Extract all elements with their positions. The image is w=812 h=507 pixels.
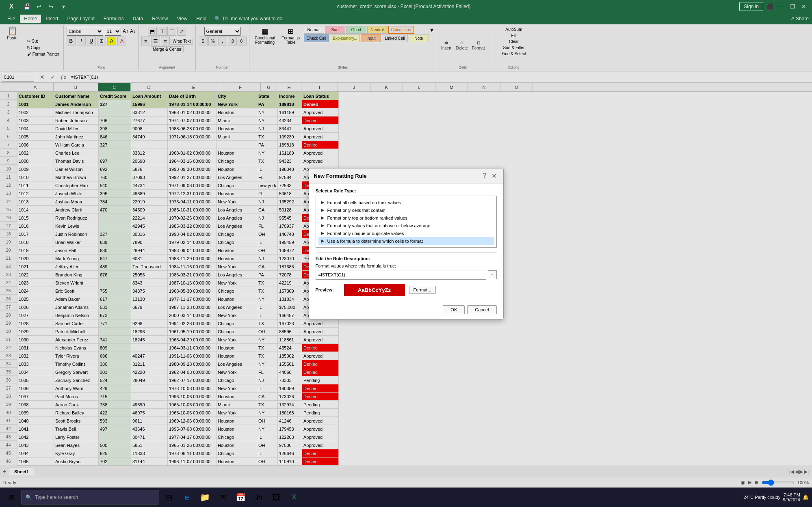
taskbar: ⊞ 🔍 Type here to search ⊟ e 📁 ✉ 📅 🛍 🖼 X … [0,488,812,507]
rule-type-3[interactable]: ▶ Format only values that are above or b… [318,222,494,229]
formula-description-label: Format values where this formula is true… [316,263,497,268]
rule-type-list: ▶ Format all cells based on their values… [316,196,497,248]
rule-bullet-3: ▶ [321,223,324,228]
rule-type-5[interactable]: ▶ Use a formula to determine which cells… [318,237,494,245]
formula-input-row: ↑ [316,270,497,280]
dialog-body: Select a Rule Type: ▶ Format all cells b… [309,183,503,319]
weather-text: 24°C Partly cloudy [744,495,781,500]
rule-bullet-2: ▶ [321,215,324,220]
rule-type-label-2: Format only top or bottom ranked values [327,216,407,220]
formula-text-field[interactable] [316,270,486,280]
rule-type-2[interactable]: ▶ Format only top or bottom ranked value… [318,214,494,222]
file-explorer-btn[interactable]: 📁 [197,489,213,505]
dialog-buttons: OK Cancel [316,301,497,314]
rule-type-4[interactable]: ▶ Format only unique or duplicate values [318,229,494,237]
calendar-btn[interactable]: 📅 [232,489,249,505]
preview-label: Preview: [316,287,340,292]
search-placeholder: Type here to search [35,494,78,500]
taskbar-search[interactable]: 🔍 Type here to search [21,490,159,505]
excel-taskbar-btn[interactable]: X [286,489,302,505]
photos-btn[interactable]: 🖼 [268,489,284,505]
rule-type-0[interactable]: ▶ Format all cells based on their values [318,198,494,206]
cancel-button[interactable]: Cancel [467,305,496,314]
format-button-dialog[interactable]: Format... [409,286,436,294]
dialog-overlay: New Formatting Rule ? ✕ Select a Rule Ty… [0,0,812,488]
clock-time: 7:46 PM [784,492,800,497]
rule-bullet-4: ▶ [321,231,324,236]
edge-btn[interactable]: e [179,489,195,505]
search-icon: 🔍 [26,494,32,500]
notification-area[interactable]: 🔔 [803,494,809,500]
new-formatting-rule-dialog: New Formatting Rule ? ✕ Select a Rule Ty… [309,168,504,319]
mail-btn[interactable]: ✉ [214,489,231,505]
rule-type-label-3: Format only values that are above or bel… [327,223,431,228]
dialog-close-btn[interactable]: ✕ [490,172,498,180]
preview-row: Preview: AaBbCcYyZz Format... [316,284,497,296]
rule-bullet-5: ▶ [321,238,324,244]
clock-date: 9/9/2024 [783,497,800,502]
formula-ref-btn[interactable]: ↑ [488,270,497,279]
select-rule-label: Select a Rule Type: [316,188,497,193]
start-button[interactable]: ⊞ [3,489,19,505]
rule-type-label-4: Format only unique or duplicate values [327,231,404,236]
rule-type-label-5: Use a formula to determine which cells t… [327,239,423,244]
rule-type-label-0: Format all cells based on their values [327,200,401,205]
rule-bullet-0: ▶ [321,200,324,205]
preview-box: AaBbCcYyZz [344,284,405,296]
taskbar-right: 24°C Partly cloudy 7:46 PM 9/9/2024 🔔 [744,492,809,502]
clock-display: 7:46 PM 9/9/2024 [783,492,800,502]
store-btn[interactable]: 🛍 [250,489,266,505]
rule-type-1[interactable]: ▶ Format only cells that contain [318,206,494,214]
weather-display: 24°C Partly cloudy [744,495,781,500]
dialog-controls: ? ✕ [481,172,498,180]
dialog-title: New Formatting Rule [314,173,367,179]
dialog-help-btn[interactable]: ? [481,172,489,180]
edit-rule-label: Edit the Rule Description: [316,252,497,261]
rule-bullet-1: ▶ [321,207,324,213]
rule-type-label-1: Format only cells that contain [327,208,385,213]
ok-button[interactable]: OK [443,305,465,314]
taskbar-left: ⊞ 🔍 Type here to search ⊟ e 📁 ✉ 📅 🛍 🖼 X [3,489,302,505]
dialog-title-bar: New Formatting Rule ? ✕ [309,168,503,183]
task-view-btn[interactable]: ⊟ [161,489,177,505]
